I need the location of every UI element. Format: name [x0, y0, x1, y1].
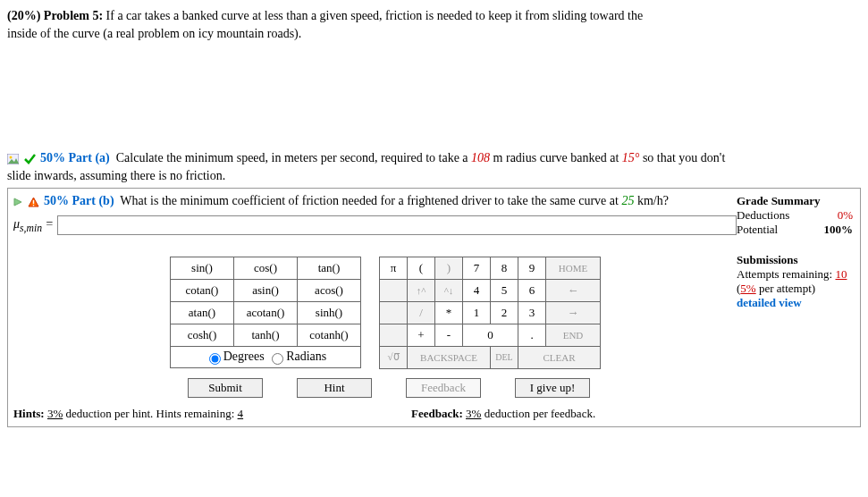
degrees-option[interactable]: Degrees — [205, 350, 265, 363]
part-b-line: 50% Part (b) What is the minimum coeffic… — [13, 192, 855, 210]
key-cosh[interactable]: cosh() — [171, 324, 234, 346]
part-a-angle: 15° — [622, 151, 640, 164]
warn-icon — [28, 197, 39, 207]
footer-row: Hints: 3% deduction per hint. Hints rema… — [13, 407, 855, 421]
key-del[interactable]: DEL — [491, 346, 518, 368]
problem-text2: inside of the curve (a real problem on i… — [7, 27, 301, 40]
detailed-view-link[interactable]: detailed view — [737, 296, 853, 310]
answer-prefix: μs,min = — [13, 217, 54, 234]
key-6[interactable]: 6 — [518, 279, 546, 301]
key-home[interactable]: HOME — [546, 257, 601, 279]
key-asin[interactable]: asin() — [234, 279, 298, 301]
deductions-label: Deductions — [737, 208, 789, 223]
key-up[interactable]: ↑^ — [408, 279, 435, 301]
submissions-title: Submissions — [737, 253, 853, 267]
key-sqrt[interactable]: √0̅ — [380, 346, 408, 368]
key-8[interactable]: 8 — [491, 257, 518, 279]
key-mul[interactable]: * — [435, 301, 463, 324]
part-b-label: Part (b) — [72, 194, 114, 207]
key-plus[interactable]: + — [408, 324, 435, 346]
part-a-percent: 50% — [40, 151, 65, 164]
grade-title: Grade Summary — [737, 194, 853, 208]
key-empty2 — [380, 301, 408, 324]
key-cotan[interactable]: cotan() — [171, 279, 234, 301]
problem-label: Problem 5: — [44, 9, 103, 22]
key-rparen[interactable]: ) — [435, 257, 463, 279]
hints-footer: Hints: 3% deduction per hint. Hints rema… — [13, 407, 411, 421]
key-down[interactable]: ^↓ — [435, 279, 463, 301]
svg-point-1 — [10, 156, 13, 158]
radians-option[interactable]: Radians — [267, 350, 326, 363]
numeric-keypad: π ( ) 7 8 9 HOME ↑^ ^↓ 4 5 6 ← — [379, 257, 601, 369]
key-acotan[interactable]: acotan() — [234, 301, 298, 324]
part-a-text-after: so that you don't — [639, 151, 725, 164]
part-a-line: 50% Part (a) Calculate the minimum speed… — [7, 149, 861, 184]
key-pi[interactable]: π — [380, 257, 408, 279]
key-9[interactable]: 9 — [518, 257, 546, 279]
key-tan[interactable]: tan() — [298, 257, 361, 279]
key-left[interactable]: ← — [546, 279, 601, 301]
key-5[interactable]: 5 — [491, 279, 518, 301]
key-sin[interactable]: sin() — [171, 257, 234, 279]
key-1[interactable]: 1 — [463, 301, 491, 324]
key-4[interactable]: 4 — [463, 279, 491, 301]
key-div[interactable]: / — [408, 301, 435, 324]
key-lparen[interactable]: ( — [408, 257, 435, 279]
part-a-label: Part (a) — [69, 151, 110, 164]
grade-summary: Grade Summary Deductions0% Potential100%… — [737, 194, 853, 310]
part-a-text-line2: slide inwards, assuming there is no fric… — [7, 169, 225, 182]
part-a-text-before: Calculate the minimum speed, in meters p… — [116, 151, 471, 164]
key-cos[interactable]: cos() — [234, 257, 298, 279]
giveup-button[interactable]: I give up! — [515, 378, 590, 398]
key-tanh[interactable]: tanh() — [234, 324, 298, 346]
svg-rect-3 — [32, 205, 33, 206]
part-b-text-after: km/h? — [634, 194, 669, 207]
problem-text1: If a car takes a banked curve at less th… — [106, 9, 644, 22]
key-atan[interactable]: atan() — [171, 301, 234, 324]
problem-percent: (20%) — [7, 9, 40, 22]
answer-input[interactable] — [57, 215, 737, 235]
feedback-button: Feedback — [406, 378, 481, 398]
key-0[interactable]: 0 — [463, 324, 518, 346]
key-empty3 — [380, 324, 408, 346]
key-backspace[interactable]: BACKSPACE — [408, 346, 491, 368]
hint-button[interactable]: Hint — [297, 378, 372, 398]
key-sinh[interactable]: sinh() — [298, 301, 361, 324]
submit-button[interactable]: Submit — [188, 378, 263, 398]
problem-header: (20%) Problem 5: If a car takes a banked… — [7, 7, 861, 42]
button-row: Submit Hint Feedback I give up! — [188, 378, 855, 398]
part-a-radius: 108 — [471, 151, 490, 164]
angle-mode-row: Degrees Radians — [170, 347, 361, 368]
key-end[interactable]: END — [546, 324, 601, 346]
key-right[interactable]: → — [546, 301, 601, 324]
key-empty1 — [380, 279, 408, 301]
attempts-line: Attempts remaining: 10 — [737, 267, 853, 282]
image-icon[interactable] — [7, 154, 19, 164]
potential-val: 100% — [824, 223, 854, 237]
part-b-text-before: What is the minimum coefficient of frict… — [120, 194, 621, 207]
part-b-speed: 25 — [621, 194, 634, 207]
work-panel: 50% Part (b) What is the minimum coeffic… — [7, 188, 861, 427]
feedback-footer: Feedback: 3% deduction per feedback. — [411, 407, 855, 421]
answer-row: μs,min = — [13, 215, 855, 235]
part-b-percent: 50% — [44, 194, 69, 207]
key-acos[interactable]: acos() — [298, 279, 361, 301]
check-icon — [24, 153, 36, 164]
svg-rect-2 — [32, 200, 33, 204]
key-clear[interactable]: CLEAR — [518, 346, 601, 368]
function-keypad: sin()cos()tan() cotan()asin()acos() atan… — [170, 257, 361, 369]
key-2[interactable]: 2 — [491, 301, 518, 324]
key-3[interactable]: 3 — [518, 301, 546, 324]
key-7[interactable]: 7 — [463, 257, 491, 279]
key-minus[interactable]: - — [435, 324, 463, 346]
potential-label: Potential — [737, 223, 778, 237]
per-attempt-line: (5% per attempt) — [737, 282, 853, 296]
key-cotanh[interactable]: cotanh() — [298, 324, 361, 346]
play-icon[interactable] — [13, 198, 22, 206]
deductions-val: 0% — [838, 208, 853, 223]
key-dot[interactable]: . — [518, 324, 546, 346]
part-a-text-mid: m radius curve banked at — [490, 151, 622, 164]
